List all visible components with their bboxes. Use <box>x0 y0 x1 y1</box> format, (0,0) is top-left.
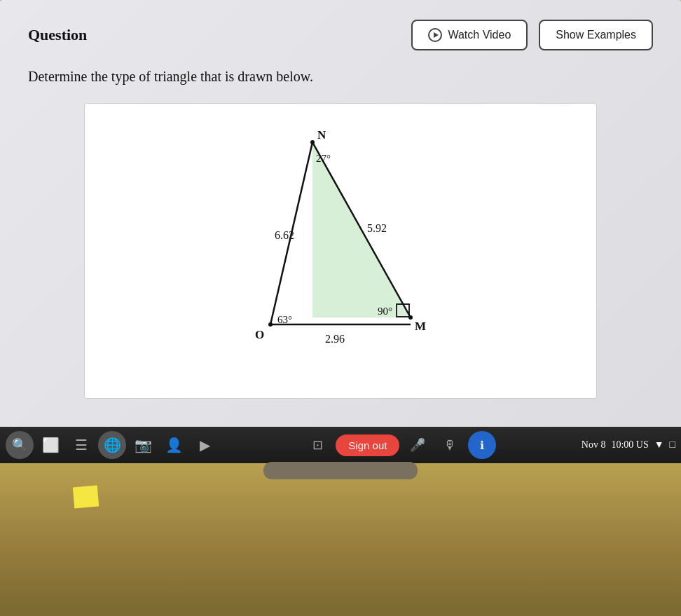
svg-point-5 <box>310 140 315 144</box>
taskbar-icon-search[interactable]: 🔍 <box>6 431 34 459</box>
taskbar-right: Nov 8 10:00 US ▼ □ <box>582 439 675 451</box>
taskbar: 🔍 ⬜ ☰ 🌐 📷 👤 ▶ ⊡ Sign out 🎤 🎙 ℹ Nov 8 10:… <box>0 427 681 463</box>
angle-o: 63° <box>277 314 292 325</box>
svg-point-7 <box>408 315 413 320</box>
taskbar-icon-play[interactable]: ▶ <box>191 431 219 459</box>
watch-video-label: Watch Video <box>448 29 511 41</box>
taskbar-icon-info[interactable]: ℹ <box>468 431 496 459</box>
question-text: Determine the type of triangle that is d… <box>0 62 681 96</box>
svg-point-6 <box>268 322 273 327</box>
diagram-container: N 27° O 63° M 90° 6.62 5.92 2.96 <box>84 103 597 399</box>
taskbar-icon-files[interactable]: ⬜ <box>36 431 64 459</box>
taskbar-icon-user[interactable]: 👤 <box>160 431 188 459</box>
show-examples-button[interactable]: Show Examples <box>539 20 653 50</box>
taskbar-icon-chrome[interactable]: 🌐 <box>98 431 126 459</box>
taskbar-icon-mic2[interactable]: 🎙 <box>436 431 464 459</box>
wifi-icon: ▼ <box>654 439 664 451</box>
triangle-diagram: N 27° O 63° M 90° 6.62 5.92 2.96 <box>207 118 474 384</box>
sign-out-button[interactable]: Sign out <box>336 434 399 456</box>
page-title: Question <box>28 26 397 44</box>
angle-m: 90° <box>378 306 392 317</box>
vertex-o-label: O <box>255 328 264 341</box>
vertex-m-label: M <box>415 320 426 333</box>
taskbar-time: 10:00 US <box>611 439 648 451</box>
sticky-note <box>73 486 99 509</box>
vertex-n-label: N <box>317 128 326 142</box>
taskbar-icon-camera[interactable]: 📷 <box>129 431 157 459</box>
header-buttons: Watch Video Show Examples <box>411 20 653 50</box>
laptop-hinge <box>263 462 418 479</box>
watch-video-button[interactable]: Watch Video <box>411 20 528 50</box>
side-on-label: 6.62 <box>275 229 294 241</box>
laptop-bezel <box>0 463 681 616</box>
side-nm-label: 5.92 <box>367 222 387 234</box>
taskbar-icon-mic[interactable]: 🎤 <box>404 431 432 459</box>
taskbar-icon-menu[interactable]: ☰ <box>67 431 95 459</box>
battery-icon: □ <box>670 439 675 451</box>
play-icon <box>428 28 442 42</box>
taskbar-date: Nov 8 <box>582 439 606 451</box>
taskbar-center: ⊡ Sign out 🎤 🎙 ℹ <box>303 431 496 459</box>
side-om-label: 2.96 <box>325 333 345 345</box>
taskbar-icon-screenshot[interactable]: ⊡ <box>303 431 331 459</box>
angle-n: 27° <box>316 153 331 164</box>
